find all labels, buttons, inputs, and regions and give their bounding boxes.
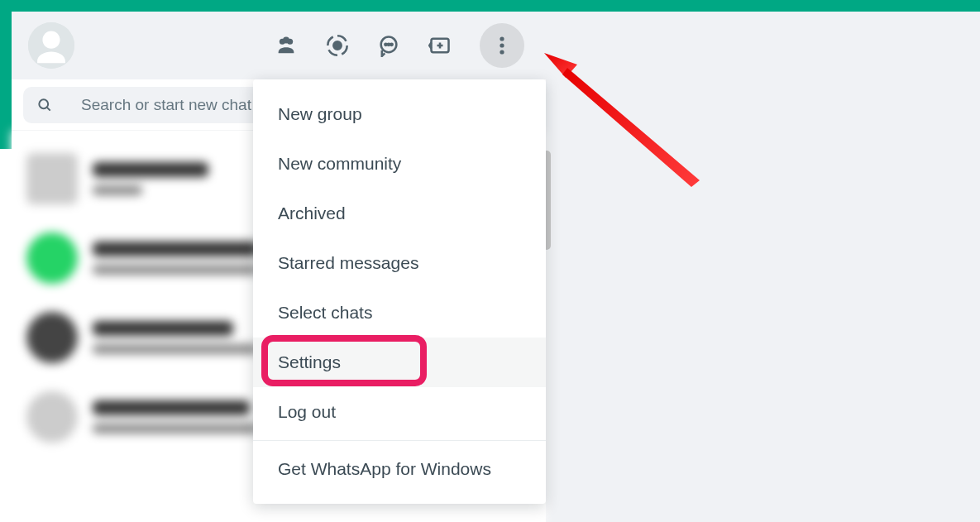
new-chat-icon[interactable] — [377, 34, 400, 57]
sidebar-header — [12, 12, 546, 79]
more-menu-button[interactable] — [480, 23, 524, 68]
svg-point-12 — [500, 50, 504, 54]
search-placeholder: Search or start new chat — [81, 96, 251, 114]
menu-archived[interactable]: Archived — [253, 189, 546, 238]
svg-point-6 — [385, 44, 386, 45]
menu-starred[interactable]: Starred messages — [253, 238, 546, 288]
svg-point-8 — [390, 44, 392, 45]
svg-point-4 — [333, 41, 341, 49]
header-actions — [275, 23, 529, 68]
svg-point-10 — [500, 36, 504, 41]
svg-point-7 — [388, 44, 390, 45]
menu-new-group[interactable]: New group — [253, 89, 546, 139]
menu-settings[interactable]: Settings — [253, 338, 546, 387]
svg-point-3 — [283, 37, 289, 44]
menu-get-desktop[interactable]: Get WhatsApp for Windows — [253, 444, 546, 494]
menu-select-chats[interactable]: Select chats — [253, 288, 546, 338]
menu-new-community[interactable]: New community — [253, 139, 546, 189]
profile-avatar[interactable] — [28, 22, 74, 69]
status-icon[interactable] — [326, 34, 349, 57]
svg-point-11 — [500, 43, 504, 47]
svg-point-13 — [39, 99, 48, 108]
menu-separator — [253, 440, 546, 441]
empty-conversation-pane — [546, 12, 980, 522]
search-icon — [36, 97, 53, 113]
channels-icon[interactable] — [428, 34, 452, 57]
menu-logout[interactable]: Log out — [253, 387, 546, 437]
communities-icon[interactable] — [275, 34, 298, 57]
more-menu-dropdown: New group New community Archived Starred… — [253, 79, 546, 504]
